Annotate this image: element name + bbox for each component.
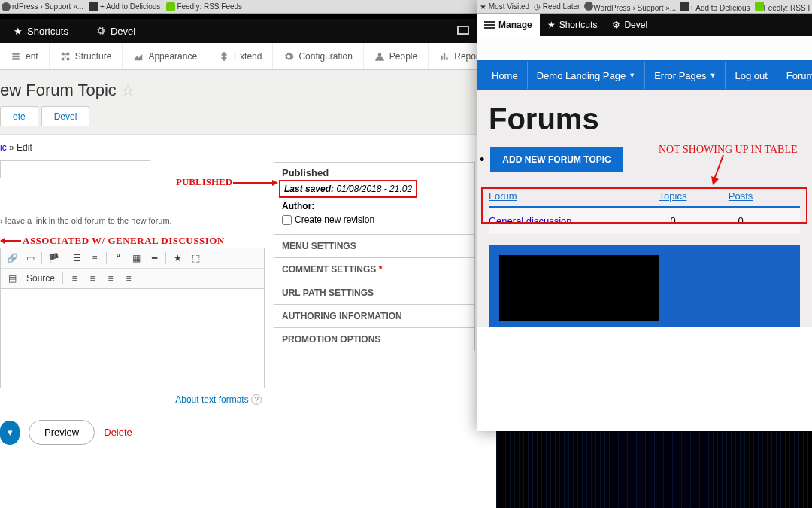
align-right-icon[interactable]: ≡: [104, 272, 117, 285]
col-posts[interactable]: Posts: [707, 190, 774, 202]
svg-marker-5: [0, 238, 5, 244]
extend-icon: [219, 51, 229, 62]
orientation-icon: [457, 26, 469, 35]
shortcuts-toggle[interactable]: ★Shortcuts: [540, 14, 605, 36]
editor-textarea[interactable]: [0, 289, 265, 388]
nav-error-pages[interactable]: Error Pages▼: [645, 62, 726, 89]
bookmark-item[interactable]: ◷ Read Later: [534, 2, 580, 11]
text-formats-link[interactable]: About text formats: [175, 394, 248, 405]
structure-icon: [60, 51, 71, 62]
favorite-star-icon[interactable]: ☆: [121, 81, 135, 99]
bookmark-item[interactable]: rdPress › Support »...: [2, 2, 83, 11]
gear-icon: ⚙: [612, 20, 620, 30]
forum-link[interactable]: General discussion: [489, 215, 572, 227]
devel-toggle[interactable]: ⚙Devel: [604, 14, 655, 36]
save-button[interactable]: ▾: [0, 421, 20, 445]
menu-extend[interactable]: Extend: [208, 43, 273, 69]
chevron-down-icon: ▼: [710, 71, 717, 79]
left-browser-window: rdPress › Support »... + Add to Deliciou…: [0, 0, 477, 508]
menu-appearance[interactable]: Appearance: [123, 43, 208, 69]
star-icon: ★: [547, 20, 556, 30]
preview-button[interactable]: Preview: [29, 420, 95, 445]
wordpress-icon: [584, 2, 593, 11]
menu-people[interactable]: People: [364, 43, 429, 69]
star-format-icon[interactable]: ★: [171, 251, 184, 265]
nav-demo-landing[interactable]: Demo Landing Page▼: [528, 62, 645, 89]
nav-home[interactable]: Home: [483, 62, 528, 89]
bookmark-item[interactable]: WordPress › Support »...: [584, 2, 676, 12]
hr-icon[interactable]: ━: [147, 251, 161, 265]
delicious-icon: [89, 2, 98, 11]
menu-content[interactable]: ent: [0, 43, 50, 69]
svg-line-6: [714, 155, 723, 179]
grid-icon[interactable]: ▤: [5, 272, 19, 285]
reports-icon: [439, 51, 450, 62]
gear-icon: [95, 26, 106, 36]
desktop-background: [496, 431, 812, 508]
create-revision-label: Create new revision: [295, 214, 374, 225]
published-label: Published: [282, 167, 467, 178]
devel-toggle[interactable]: Devel: [82, 19, 149, 43]
menu-structure[interactable]: Structure: [50, 43, 123, 69]
gear-icon: [283, 51, 294, 62]
col-forum[interactable]: Forum: [489, 190, 639, 202]
arrow-icon: [710, 155, 732, 185]
forums-page: Forums • ADD NEW FORUM TOPIC Forum Topic…: [477, 90, 812, 327]
authoring-info-section[interactable]: AUTHORING INFORMATION: [274, 305, 474, 327]
list-bullet: •: [480, 152, 484, 168]
promotion-options-section[interactable]: PROMOTION OPTIONS: [274, 328, 474, 351]
cube-icon[interactable]: ⬚: [189, 251, 202, 265]
people-icon: [374, 51, 385, 62]
comment-settings-section[interactable]: COMMENT SETTINGS *: [274, 258, 474, 281]
bookmark-item[interactable]: Feedly: RSS F: [755, 2, 812, 12]
bookmark-item[interactable]: Feedly: RSS Feeds: [166, 2, 242, 11]
arrow-icon: [0, 237, 21, 245]
table-icon[interactable]: ▦: [129, 251, 143, 265]
bookmark-item[interactable]: + Add to Delicious: [89, 2, 160, 11]
help-icon[interactable]: ?: [251, 394, 262, 405]
align-left-icon[interactable]: ≡: [68, 272, 81, 285]
nav-logout[interactable]: Log out: [726, 62, 777, 89]
toolbar-orientation-toggle[interactable]: [450, 26, 477, 37]
breadcrumb-current: Edit: [17, 142, 32, 153]
create-revision-checkbox[interactable]: [282, 215, 292, 225]
image-icon[interactable]: ▭: [23, 251, 37, 265]
source-button[interactable]: Source: [23, 272, 58, 285]
tab-delete[interactable]: ete: [0, 106, 38, 126]
svg-marker-3: [272, 180, 278, 186]
bookmark-item[interactable]: ★ Most Visited: [480, 2, 529, 11]
link-icon[interactable]: 🔗: [5, 251, 19, 265]
feedly-icon: [166, 2, 175, 11]
wysiwyg-toolbar: 🔗 ▭ 🏴 ☰ ≡ ❝ ▦ ━ ★ ⬚ ▤ Sour: [0, 248, 265, 289]
bookmark-item[interactable]: + Add to Delicious: [680, 2, 750, 12]
page-header: ew Forum Topic☆ ete Devel: [0, 70, 477, 135]
menu-settings-section[interactable]: MENU SETTINGS: [274, 235, 474, 257]
nav-forum[interactable]: Forum: [777, 62, 812, 89]
url-path-settings-section[interactable]: URL PATH SETTINGS: [274, 281, 474, 304]
number-list-icon[interactable]: ≡: [88, 251, 102, 265]
bookmark-bar: ★ Most Visited ◷ Read Later WordPress › …: [477, 0, 812, 14]
delete-link[interactable]: Delete: [104, 427, 132, 438]
toolbar-tray: [477, 36, 812, 60]
breadcrumb-link[interactable]: ic: [0, 142, 7, 153]
content-icon: [11, 51, 21, 62]
wordpress-icon: [2, 2, 11, 11]
shortcuts-toggle[interactable]: ★ Shortcuts: [0, 19, 82, 43]
bullet-list-icon[interactable]: ☰: [70, 251, 83, 265]
flag-icon[interactable]: 🏴: [47, 251, 60, 265]
arrow-icon: [233, 179, 278, 187]
col-topics[interactable]: Topics: [639, 190, 707, 202]
title-input[interactable]: [0, 160, 150, 178]
bookmark-bar: rdPress › Support »... + Add to Deliciou…: [0, 0, 477, 14]
menu-configuration[interactable]: Configuration: [273, 43, 363, 69]
hamburger-icon: [484, 24, 495, 26]
topics-count: 0: [639, 215, 707, 227]
tab-devel[interactable]: Devel: [41, 106, 90, 126]
table-header: Forum Topics Posts: [489, 186, 800, 206]
delicious-icon: [680, 2, 689, 11]
manage-toggle[interactable]: Manage: [477, 14, 540, 36]
add-forum-topic-button[interactable]: ADD NEW FORUM TOPIC: [490, 147, 623, 172]
align-center-icon[interactable]: ≡: [86, 272, 99, 285]
align-justify-icon[interactable]: ≡: [122, 272, 135, 285]
quote-icon[interactable]: ❝: [111, 251, 125, 265]
